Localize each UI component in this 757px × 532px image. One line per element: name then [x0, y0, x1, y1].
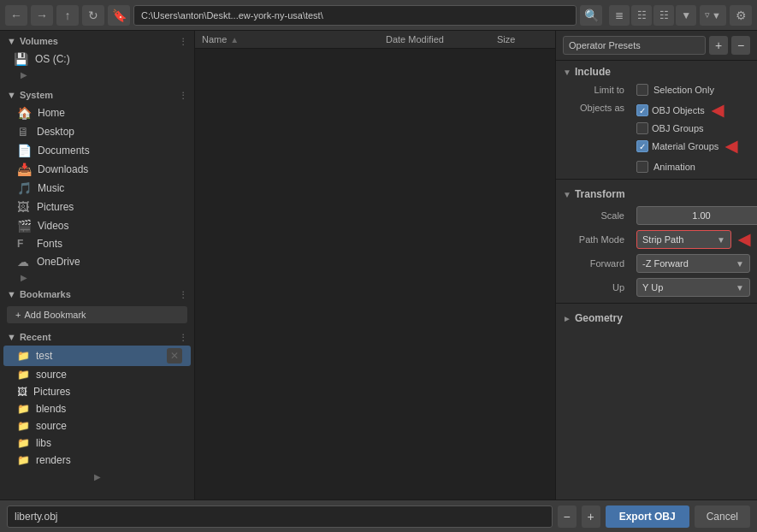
desktop-icon: 🖥: [17, 125, 31, 139]
path-mode-label: Path Mode: [563, 234, 631, 245]
objects-as-row: Objects as OBJ Objects ◀ OBJ Groups Mate…: [556, 98, 757, 158]
limit-to-checkbox[interactable]: [636, 84, 648, 96]
recent-item-source1[interactable]: 📁 source: [3, 366, 191, 383]
scale-input[interactable]: [636, 206, 757, 225]
recent-item-label-source2: source: [36, 420, 67, 432]
filename-minus-button[interactable]: −: [558, 505, 577, 528]
path-text: C:\Users\anton\Deskt...ew-york-ny-usa\te…: [141, 10, 323, 21]
fonts-icon: F: [17, 238, 31, 250]
up-dropdown[interactable]: Y Up ▼: [636, 278, 750, 297]
up-button[interactable]: ↑: [56, 5, 79, 26]
recent-item-renders[interactable]: 📁 renders: [3, 452, 191, 469]
sidebar-item-pictures[interactable]: 🖼 Pictures: [3, 198, 191, 216]
filter-button[interactable]: ▿ ▼: [700, 5, 726, 26]
material-groups-label: Material Groups: [652, 141, 719, 151]
path-mode-row: Path Mode Strip Path ▼ ◀: [556, 228, 757, 251]
recent-item-label-libs: libs: [36, 437, 51, 449]
material-groups-arrow: ◀: [725, 137, 737, 156]
documents-icon: 📄: [17, 144, 32, 157]
forward-dropdown[interactable]: -Z Forward ▼: [636, 254, 750, 273]
col-size-header[interactable]: Size: [497, 34, 548, 44]
cancel-button[interactable]: Cancel: [695, 505, 750, 528]
close-recent-test[interactable]: ✕: [167, 348, 182, 364]
objects-as-label: Objects as: [563, 101, 631, 113]
operator-presets-select[interactable]: Operator Presets: [563, 36, 706, 55]
forward-label: Forward: [563, 258, 631, 269]
obj-objects-checkbox[interactable]: [636, 104, 648, 116]
right-panel: Operator Presets + − ▼ Include Limit to …: [555, 31, 757, 499]
view-list-button[interactable]: ≣: [609, 5, 630, 26]
system-section-header: ▼ System ⋮: [0, 85, 194, 103]
system-collapse-arrow[interactable]: ▼: [7, 90, 16, 100]
forward-row: Forward -Z Forward ▼: [556, 251, 757, 275]
forward-button[interactable]: →: [31, 5, 53, 26]
bookmarks-section-header: ▼ Bookmarks ⋮: [0, 284, 194, 303]
back-button[interactable]: ←: [5, 5, 27, 26]
filter-arrow-icon: ▼: [712, 10, 721, 21]
preset-remove-button[interactable]: −: [731, 36, 750, 55]
add-bookmark-button[interactable]: + Add Bookmark: [7, 306, 187, 323]
obj-groups-checkbox[interactable]: [636, 122, 648, 134]
limit-to-label: Limit to: [563, 85, 631, 95]
system-dots: ⋮: [179, 91, 187, 100]
bookmarks-collapse-arrow[interactable]: ▼: [7, 289, 16, 299]
file-header: Name ▲ Date Modified Size: [195, 31, 555, 49]
sidebar-item-fonts[interactable]: F Fonts: [3, 235, 191, 252]
animation-checkbox[interactable]: [636, 161, 648, 173]
settings-button[interactable]: ⚙: [730, 5, 752, 26]
recent-item-label-source1: source: [36, 369, 67, 381]
name-sort-icon: ▲: [230, 35, 239, 44]
recent-item-libs[interactable]: 📁 libs: [3, 434, 191, 452]
recent-item-source2[interactable]: 📁 source: [3, 417, 191, 434]
include-section-header[interactable]: ▼ Include: [556, 61, 757, 81]
bookmark-button[interactable]: 🔖: [108, 5, 130, 26]
sidebar-item-music[interactable]: 🎵 Music: [3, 179, 191, 198]
material-groups-checkbox[interactable]: [636, 140, 648, 152]
recent-item-test[interactable]: 📁 test ✕: [3, 346, 191, 366]
drive-item-c[interactable]: 💾 OS (C:): [0, 50, 194, 68]
folder-icon-libs: 📁: [17, 437, 30, 449]
view-grid-button[interactable]: ☷: [631, 5, 652, 26]
sidebar-item-videos[interactable]: 🎬 Videos: [3, 216, 191, 235]
drive-expand-btn[interactable]: ▶: [21, 70, 27, 80]
home-icon: 🏠: [17, 106, 32, 120]
onedrive-icon: ☁: [17, 255, 31, 269]
folder-icon-test: 📁: [17, 350, 30, 362]
filter-icon: ▿: [705, 9, 710, 21]
include-collapse-arrow: ▼: [563, 68, 571, 77]
col-name-header[interactable]: Name ▲: [202, 34, 386, 44]
recent-item-label-pictures: Pictures: [33, 386, 70, 398]
transform-section-header[interactable]: ▼ Transform: [556, 183, 757, 204]
system-expand-btn[interactable]: ▶: [21, 273, 27, 282]
up-row: Up Y Up ▼: [556, 275, 757, 299]
recent-item-blends[interactable]: 📁 blends: [3, 400, 191, 417]
export-obj-button[interactable]: Export OBJ: [606, 505, 689, 528]
path-mode-dropdown[interactable]: Strip Path ▼: [636, 230, 731, 249]
drive-icon: 💾: [14, 52, 28, 66]
sidebar-item-desktop[interactable]: 🖥 Desktop: [3, 122, 191, 141]
filename-input[interactable]: [7, 505, 553, 528]
sidebar-item-home[interactable]: 🏠 Home: [3, 103, 191, 122]
sidebar-item-downloads[interactable]: 📥 Downloads: [3, 160, 191, 179]
bottom-bar: − + Export OBJ Cancel: [0, 499, 757, 532]
geometry-section-header[interactable]: ► Geometry: [556, 307, 757, 328]
forward-arrow: ▼: [736, 259, 744, 269]
file-browser: Name ▲ Date Modified Size: [195, 31, 555, 499]
sidebar-item-onedrive[interactable]: ☁ OneDrive: [3, 252, 191, 271]
search-button[interactable]: 🔍: [580, 5, 602, 26]
recent-item-pictures[interactable]: 🖼 Pictures: [3, 383, 191, 400]
preset-add-button[interactable]: +: [709, 36, 728, 55]
filename-plus-button[interactable]: +: [582, 505, 600, 528]
main-content: ▼ Volumes ⋮ 💾 OS (C:) ▶ ▼ System ⋮ 🏠: [0, 31, 757, 499]
path-bar[interactable]: C:\Users\anton\Deskt...ew-york-ny-usa\te…: [133, 5, 577, 26]
refresh-button[interactable]: ↻: [82, 5, 104, 26]
col-date-header[interactable]: Date Modified: [386, 34, 497, 44]
volumes-collapse-arrow[interactable]: ▼: [7, 36, 16, 46]
sidebar-item-documents[interactable]: 📄 Documents: [3, 141, 191, 160]
recent-collapse-arrow[interactable]: ▼: [7, 332, 16, 342]
name-col-label: Name: [202, 34, 227, 44]
view-columns-button[interactable]: ☷: [654, 5, 674, 26]
view-more-button[interactable]: ▼: [676, 5, 696, 26]
obj-groups-row: OBJ Groups: [636, 122, 750, 134]
divider-1: [556, 179, 757, 180]
